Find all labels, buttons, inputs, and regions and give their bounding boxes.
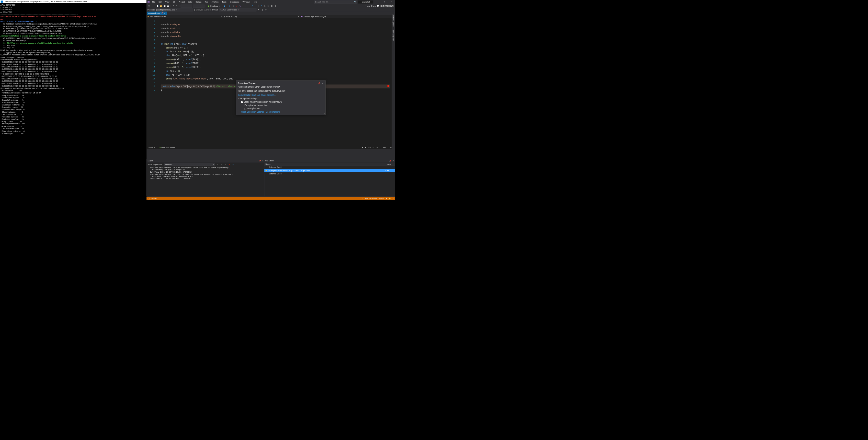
col-indicator: Ch: 1 — [376, 146, 380, 148]
module-checkbox[interactable] — [244, 108, 246, 109]
break-checkbox[interactable] — [241, 101, 243, 103]
restart-icon[interactable]: ↻ — [239, 5, 242, 7]
cs-pin-icon[interactable]: 📌 — [389, 160, 391, 162]
zoom-level[interactable]: 111 % — [148, 146, 153, 148]
menu-window[interactable]: Window — [241, 0, 251, 4]
menu-test[interactable]: Test — [203, 0, 210, 4]
nav-back-icon[interactable]: ◯ — [148, 5, 150, 7]
code-nav-bar: ▦Miscellaneous Files▾ (Global Scope)▾ ◧m… — [147, 15, 395, 18]
menu-view[interactable]: View — [163, 0, 171, 4]
save-icon[interactable]: 💾 — [163, 5, 166, 7]
dbg-icon-e[interactable]: ⚙ — [274, 5, 277, 7]
file-tab-active[interactable]: example2.cpp 📌 ✕ — [147, 12, 167, 15]
flag-icon[interactable]: ⚑ — [257, 8, 260, 11]
feedback-icon[interactable]: 💬 — [377, 5, 379, 7]
out-tb-wrap[interactable]: ↩ — [232, 163, 235, 166]
callstack-row[interactable]: [External Code] — [264, 172, 395, 175]
solution-explorer-tab[interactable]: Solution Explorer — [392, 13, 395, 28]
undo-icon[interactable]: ↶ — [172, 5, 175, 7]
dbg-icon-a[interactable]: ↶ — [260, 5, 262, 7]
step-over-icon[interactable]: ↷ — [251, 5, 254, 7]
dbg-icon-b[interactable]: ⎘ — [263, 5, 266, 7]
step-into-icon[interactable]: ↓ — [248, 5, 250, 7]
error-marker-icon[interactable]: ✕ — [387, 85, 389, 87]
out-tb-1[interactable]: ☰ — [216, 163, 219, 166]
platform-dropdown[interactable] — [193, 5, 205, 8]
team-explorer-tab[interactable]: Team Explorer — [392, 28, 395, 41]
output-close-icon[interactable]: ✕ — [262, 160, 263, 162]
open-exception-settings-link[interactable]: Open Exception Settings — [241, 111, 264, 113]
dbg-icon-c[interactable]: ⎘ — [267, 5, 270, 7]
console-title-text: C:\MSDN\cpp-docs-pr\docs\c-language\ASAN… — [4, 1, 87, 3]
cs-col-lang[interactable]: Lang — [385, 163, 395, 166]
document-tabs: example2.cpp 📌 ✕ ▾ ▫ — [147, 12, 395, 15]
nav-scope-1[interactable]: ▦Miscellaneous Files▾ — [147, 15, 223, 18]
search-input[interactable]: Search (Ctrl+Q) 🔍 — [314, 1, 357, 4]
pin-icon[interactable]: 📌 — [161, 12, 163, 14]
add-src-label[interactable]: Add to Source Control — [365, 197, 384, 200]
save-all-icon[interactable]: 💾 — [167, 5, 169, 7]
notification-icon[interactable]: 🔔 — [389, 197, 391, 200]
output-panel: Output ▾📌✕ Show output from: RichNav▾ ☰ … — [147, 159, 264, 196]
stop-icon[interactable]: ■ — [236, 5, 238, 7]
add-src-icon[interactable]: ↑ — [362, 197, 363, 200]
popup-pin-icon[interactable]: 📌 — [318, 82, 320, 85]
live-share-button[interactable]: Live Share — [367, 5, 376, 7]
menu-build[interactable]: Build — [186, 0, 194, 4]
stack-frame-icon[interactable]: ▥ — [261, 8, 264, 11]
issues-label: No issues found — [161, 146, 175, 148]
menu-file[interactable]: File — [151, 0, 157, 4]
nav-scope-2[interactable]: (Global Scope)▾ — [223, 15, 300, 18]
break-all-icon[interactable]: ⏸ — [228, 5, 231, 7]
step-out-icon[interactable]: ↑ — [255, 5, 257, 7]
resize-grip-icon[interactable]: ◢ — [323, 113, 324, 114]
output-source-dropdown[interactable]: RichNav▾ — [164, 163, 215, 166]
line-numbers: 12345678910111213141516171819 — [147, 18, 157, 146]
callstack-row[interactable]: [External Code] — [264, 166, 395, 169]
pause-icon[interactable]: ⏸ — [232, 5, 235, 7]
menu-extensions[interactable]: Extensions — [228, 0, 241, 4]
output-dropdown-icon[interactable]: ▾ — [257, 160, 257, 162]
dbg-icon-1[interactable]: ▣ — [223, 5, 226, 7]
config-dropdown[interactable] — [181, 5, 192, 8]
dbg-misc-icon[interactable]: ⟳ — [265, 8, 268, 11]
callstack-row[interactable]: ▶example2.exe!main(int argc, char * * ar… — [264, 169, 395, 172]
cs-dropdown-icon[interactable]: ▾ — [388, 160, 388, 162]
continue-button[interactable]: ▶ Continue ▾ — [207, 5, 221, 7]
dbg-icon-d[interactable]: ☰ — [270, 5, 273, 7]
nav-scope-3[interactable]: ◧main(int argc, char ** argv)▾ — [300, 15, 395, 18]
menu-analyze[interactable]: Analyze — [210, 0, 220, 4]
out-tb-3[interactable]: ☰ — [224, 163, 227, 166]
thread-value: [11916] Main Thread — [220, 9, 237, 11]
menu-help[interactable]: Help — [251, 0, 259, 4]
cs-col-name[interactable]: Name — [264, 163, 385, 166]
process-dropdown[interactable]: [28056] example2.exe▾ — [156, 8, 193, 11]
cs-close-icon[interactable]: ✕ — [393, 160, 394, 162]
nav-fwd-icon[interactable]: → — [151, 5, 154, 7]
code-editor[interactable]: 12345678910111213141516171819 ⊟⊟ #includ… — [147, 18, 395, 146]
minimize-button[interactable]: — — [374, 0, 381, 4]
edit-conditions-link[interactable]: Edit Conditions — [266, 111, 280, 113]
redo-icon[interactable]: ↷ — [175, 5, 178, 7]
thread-dropdown[interactable]: [11916] Main Thread▾ — [219, 8, 257, 11]
lifecycle-icon[interactable]: ◧ Lifecycle Events ▾ — [194, 9, 211, 11]
close-button[interactable]: ✕ — [388, 0, 395, 4]
maximize-button[interactable]: ▢ — [381, 0, 388, 4]
new-project-icon[interactable]: 📄 — [156, 5, 159, 7]
close-tab-icon[interactable]: ✕ — [164, 12, 165, 14]
menu-debug[interactable]: Debug — [194, 0, 203, 4]
output-source-value: RichNav — [164, 163, 172, 165]
popup-close-icon[interactable]: ✕ — [322, 82, 323, 85]
open-file-icon[interactable]: 📂 — [160, 5, 162, 7]
output-pin-icon[interactable]: 📌 — [259, 160, 261, 162]
start-live-share-link[interactable]: Start Live Share session... — [251, 94, 276, 96]
out-tb-clear[interactable]: 🗑 — [228, 163, 231, 166]
show-next-icon[interactable]: → — [244, 5, 247, 7]
menu-project[interactable]: Project — [177, 0, 186, 4]
menu-tools[interactable]: Tools — [220, 0, 228, 4]
menu-git[interactable]: Git — [171, 0, 177, 4]
out-tb-2[interactable]: ☰ — [220, 163, 223, 166]
menu-edit[interactable]: Edit — [157, 0, 163, 4]
editor-status-bar: 111 %▾ ●No issues found ◂▸ Ln: 17 Ch: 1 … — [147, 146, 395, 149]
copy-details-link[interactable]: Copy Details — [238, 94, 250, 96]
